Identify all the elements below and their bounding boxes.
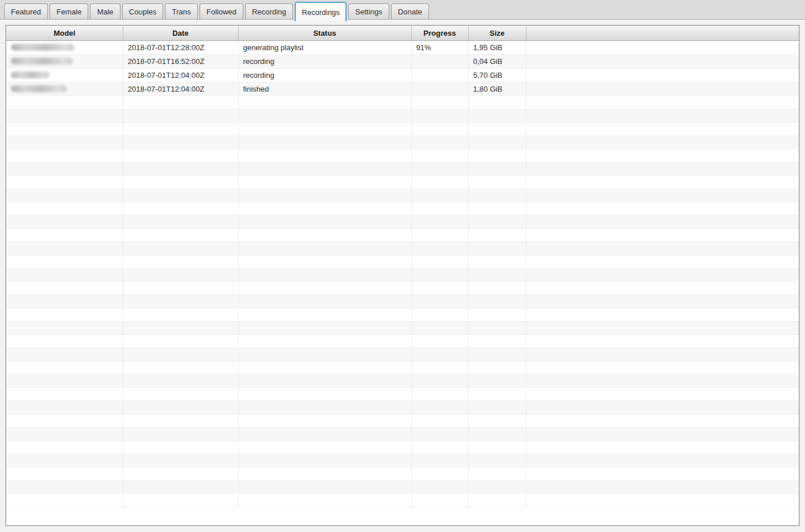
filler-cell	[526, 54, 799, 68]
tab-label: Recordings	[302, 8, 340, 17]
empty-table-row	[6, 374, 799, 387]
tab-label: Followed	[206, 7, 236, 16]
table-row[interactable]: 2018-07-01T16:52:00Z recording 0,04 GiB	[6, 54, 799, 68]
empty-table-row	[6, 109, 799, 122]
size-cell: 0,04 GiB	[468, 54, 526, 68]
column-header-date[interactable]: Date	[123, 26, 238, 40]
status-cell: generating playlist	[238, 40, 411, 54]
filler-cell	[526, 68, 799, 82]
column-header-label: Progress	[423, 29, 456, 37]
model-cell	[6, 40, 123, 54]
empty-table-row	[6, 361, 799, 374]
column-header-size[interactable]: Size	[468, 26, 526, 40]
model-name-redacted	[11, 85, 67, 92]
empty-table-row	[6, 414, 799, 427]
empty-table-row	[6, 295, 799, 308]
tab-content-area: Model Date Status Progress Size 2018-07-…	[0, 20, 805, 526]
table-row[interactable]: 2018-07-01T12:04:00Z finished 1,80 GiB	[6, 82, 799, 96]
empty-table-row	[6, 162, 799, 175]
column-header-label: Model	[54, 29, 76, 37]
date-cell: 2018-07-01T12:28:00Z	[123, 40, 238, 54]
progress-cell	[411, 54, 468, 68]
recordings-table-frame: Model Date Status Progress Size 2018-07-…	[5, 25, 800, 526]
column-header-label: Date	[172, 29, 189, 37]
empty-table-row	[6, 228, 799, 242]
empty-table-row	[6, 215, 799, 228]
empty-table-row	[6, 96, 799, 109]
tab-recordings[interactable]: Recordings	[295, 2, 347, 21]
tab-label: Featured	[11, 7, 41, 16]
model-name-redacted	[11, 71, 50, 78]
tab-label: Settings	[355, 7, 382, 16]
table-body: 2018-07-01T12:28:00Z generating playlist…	[6, 40, 799, 507]
empty-table-row	[6, 122, 799, 135]
status-cell: recording	[238, 54, 411, 68]
empty-table-row	[6, 440, 799, 454]
empty-table-row	[6, 401, 799, 414]
empty-table-row	[6, 242, 799, 255]
app-window: Featured Female Male Couples Trans Follo…	[0, 0, 805, 526]
tab-couples[interactable]: Couples	[122, 3, 164, 19]
tab-recording[interactable]: Recording	[245, 3, 293, 19]
empty-table-row	[6, 149, 799, 162]
tab-label: Donate	[398, 7, 422, 16]
date-cell: 2018-07-01T12:04:00Z	[123, 68, 238, 82]
status-cell: recording	[238, 68, 411, 82]
tab-label: Recording	[252, 7, 286, 16]
date-cell: 2018-07-01T16:52:00Z	[123, 54, 238, 68]
tab-donate[interactable]: Donate	[391, 3, 429, 19]
empty-table-row	[6, 188, 799, 202]
column-header-label: Status	[313, 29, 336, 37]
tab-followed[interactable]: Followed	[200, 3, 243, 19]
recordings-table: Model Date Status Progress Size 2018-07-…	[6, 26, 799, 507]
empty-table-row	[6, 268, 799, 281]
table-row[interactable]: 2018-07-01T12:04:00Z recording 5,70 GiB	[6, 68, 799, 82]
empty-table-row	[6, 202, 799, 215]
progress-cell: 91%	[411, 40, 468, 54]
size-cell: 1,80 GiB	[468, 82, 526, 96]
table-row[interactable]: 2018-07-01T12:28:00Z generating playlist…	[6, 40, 799, 54]
empty-table-row	[6, 387, 799, 401]
empty-table-row	[6, 454, 799, 467]
size-cell: 5,70 GiB	[468, 68, 526, 82]
tab-bar: Featured Female Male Couples Trans Follo…	[0, 0, 805, 20]
column-header-status[interactable]: Status	[238, 26, 411, 40]
empty-table-row	[6, 135, 799, 149]
empty-table-row	[6, 255, 799, 268]
tab-trans[interactable]: Trans	[165, 3, 198, 19]
column-header-progress[interactable]: Progress	[411, 26, 468, 40]
model-name-redacted	[11, 58, 73, 65]
filler-cell	[526, 40, 799, 54]
progress-cell	[411, 68, 468, 82]
tab-label: Couples	[129, 7, 157, 16]
model-cell	[6, 68, 123, 82]
tab-male[interactable]: Male	[90, 3, 120, 19]
empty-table-row	[6, 308, 799, 321]
date-cell: 2018-07-01T12:04:00Z	[123, 82, 238, 96]
table-header-row: Model Date Status Progress Size	[6, 26, 799, 40]
empty-table-row	[6, 480, 799, 493]
tab-featured[interactable]: Featured	[4, 3, 48, 19]
tab-label: Male	[97, 7, 113, 16]
tab-label: Female	[57, 7, 81, 16]
column-header-model[interactable]: Model	[6, 26, 123, 40]
filler-cell	[526, 82, 799, 96]
tab-female[interactable]: Female	[50, 3, 88, 19]
status-cell: finished	[238, 82, 411, 96]
empty-table-row	[6, 493, 799, 507]
empty-table-row	[6, 348, 799, 361]
empty-table-row	[6, 281, 799, 295]
empty-table-row	[6, 321, 799, 334]
size-cell: 1,95 GiB	[468, 40, 526, 54]
model-name-redacted	[11, 44, 74, 51]
tab-label: Trans	[172, 7, 191, 16]
model-cell	[6, 54, 123, 68]
model-cell	[6, 82, 123, 96]
tab-settings[interactable]: Settings	[348, 3, 389, 19]
empty-table-row	[6, 467, 799, 480]
empty-table-row	[6, 334, 799, 348]
empty-table-row	[6, 427, 799, 440]
empty-table-row	[6, 175, 799, 188]
column-header-filler	[526, 26, 799, 40]
column-header-label: Size	[490, 29, 505, 37]
